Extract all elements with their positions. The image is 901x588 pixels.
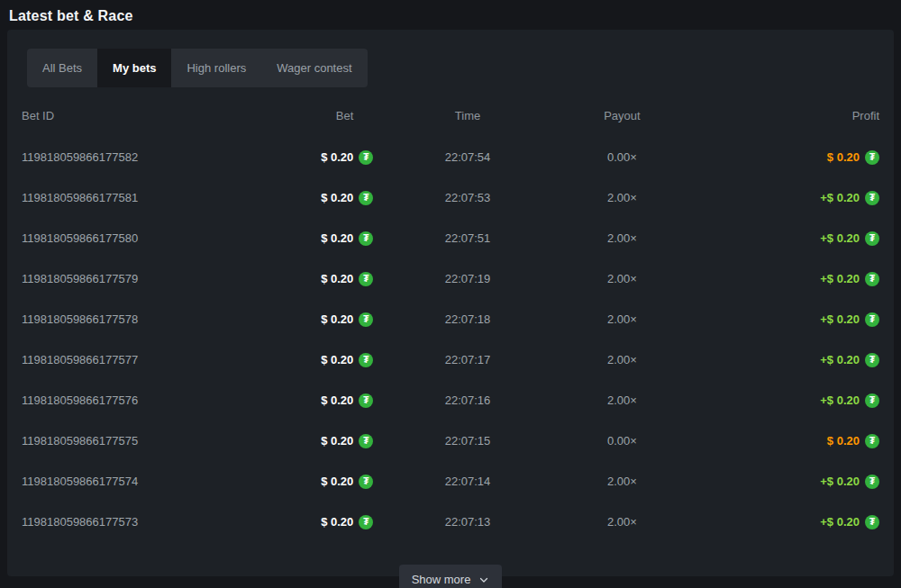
green-coin-icon: ₮ <box>359 353 373 367</box>
bet-amount: $ 0.20 <box>321 353 353 366</box>
bet-payout-cell: 2.00× <box>562 299 682 339</box>
column-header-time: Time <box>373 105 561 137</box>
section-header: Latest bet & Race <box>0 0 901 30</box>
bet-time-cell: 22:07:16 <box>373 380 561 421</box>
bet-profit-cell: +$ 0.20₮ <box>682 177 879 218</box>
bet-id-cell[interactable]: 119818059866177578 <box>22 299 296 339</box>
bet-amount: $ 0.20 <box>321 150 353 164</box>
bet-profit: +$ 0.20 <box>820 231 860 245</box>
green-coin-icon: ₮ <box>359 515 373 529</box>
green-coin-icon: ₮ <box>865 515 879 529</box>
bet-time-cell: 22:07:18 <box>373 299 561 339</box>
bet-payout-cell: 0.00× <box>562 137 682 177</box>
bet-amount: $ 0.20 <box>321 475 353 488</box>
bet-amount: $ 0.20 <box>321 434 353 448</box>
bet-amount: $ 0.20 <box>321 272 353 285</box>
green-coin-icon: ₮ <box>865 272 879 286</box>
bet-payout-cell: 0.00× <box>562 421 682 461</box>
green-coin-icon: ₮ <box>359 191 373 205</box>
bet-profit: $ 0.20 <box>827 150 860 164</box>
bets-panel: All BetsMy betsHigh rollersWager contest… <box>7 30 894 576</box>
bet-time-cell: 22:07:15 <box>373 421 561 461</box>
green-coin-icon: ₮ <box>359 434 373 448</box>
bet-row[interactable]: 119818059866177580$ 0.20₮22:07:512.00×+$… <box>22 218 879 258</box>
bet-time-cell: 22:07:51 <box>373 218 561 258</box>
green-coin-icon: ₮ <box>865 150 879 165</box>
green-coin-icon: ₮ <box>865 231 879 246</box>
bet-profit-cell: +$ 0.20₮ <box>682 218 879 258</box>
bet-row[interactable]: 119818059866177575$ 0.20₮22:07:150.00×$ … <box>22 421 879 461</box>
bet-id-cell[interactable]: 119818059866177575 <box>22 421 296 461</box>
green-coin-icon: ₮ <box>865 394 879 408</box>
bet-profit: $ 0.20 <box>827 434 860 448</box>
bet-profit-cell: +$ 0.20₮ <box>682 380 879 421</box>
bet-row[interactable]: 119818059866177578$ 0.20₮22:07:182.00×+$… <box>22 299 879 339</box>
bet-id-cell[interactable]: 119818059866177574 <box>22 461 296 502</box>
bet-profit-cell: $ 0.20₮ <box>682 137 879 177</box>
bet-amount-cell: $ 0.20₮ <box>296 461 374 502</box>
bet-id-cell[interactable]: 119818059866177576 <box>22 380 296 421</box>
bet-profit-cell: $ 0.20₮ <box>682 421 879 461</box>
bet-payout-cell: 2.00× <box>562 502 682 542</box>
green-coin-icon: ₮ <box>359 475 373 489</box>
bet-amount: $ 0.20 <box>321 515 353 529</box>
bet-amount-cell: $ 0.20₮ <box>296 258 374 299</box>
green-coin-icon: ₮ <box>865 475 879 489</box>
bet-row[interactable]: 119818059866177582$ 0.20₮22:07:540.00×$ … <box>22 137 879 177</box>
show-more-label: Show more <box>412 573 471 586</box>
bet-amount-cell: $ 0.20₮ <box>296 421 374 461</box>
tab-my-bets[interactable]: My bets <box>97 49 171 87</box>
bet-id-cell[interactable]: 119818059866177579 <box>22 258 296 299</box>
column-header-bet-id: Bet ID <box>22 105 296 137</box>
green-coin-icon: ₮ <box>359 231 373 246</box>
bet-id-cell[interactable]: 119818059866177580 <box>22 218 296 258</box>
bet-amount: $ 0.20 <box>321 231 353 245</box>
bets-table: Bet ID Bet Time Payout Profit 1198180598… <box>22 105 879 542</box>
column-header-profit: Profit <box>682 105 879 137</box>
bet-row[interactable]: 119818059866177579$ 0.20₮22:07:192.00×+$… <box>22 258 879 299</box>
bet-payout-cell: 2.00× <box>562 218 682 258</box>
bet-profit: +$ 0.20 <box>820 353 860 366</box>
bet-time-cell: 22:07:17 <box>373 339 561 380</box>
bet-profit-cell: +$ 0.20₮ <box>682 299 879 339</box>
green-coin-icon: ₮ <box>865 353 879 367</box>
bet-row[interactable]: 119818059866177577$ 0.20₮22:07:172.00×+$… <box>22 339 879 380</box>
bet-profit-cell: +$ 0.20₮ <box>682 502 879 542</box>
bet-amount-cell: $ 0.20₮ <box>296 380 374 421</box>
bet-profit: +$ 0.20 <box>820 272 860 285</box>
bet-row[interactable]: 119818059866177574$ 0.20₮22:07:142.00×+$… <box>22 461 879 502</box>
bet-amount: $ 0.20 <box>321 312 353 326</box>
bet-id-cell[interactable]: 119818059866177581 <box>22 177 296 218</box>
bets-tab-bar: All BetsMy betsHigh rollersWager contest <box>27 49 368 87</box>
bet-amount: $ 0.20 <box>321 191 353 204</box>
bet-amount-cell: $ 0.20₮ <box>296 137 374 177</box>
green-coin-icon: ₮ <box>359 394 373 408</box>
bets-table-body: 119818059866177582$ 0.20₮22:07:540.00×$ … <box>22 137 879 542</box>
tab-all-bets[interactable]: All Bets <box>27 49 97 87</box>
column-header-payout: Payout <box>562 105 682 137</box>
tab-high-rollers[interactable]: High rollers <box>171 49 261 87</box>
bet-id-cell[interactable]: 119818059866177582 <box>22 137 296 177</box>
bet-amount-cell: $ 0.20₮ <box>296 299 374 339</box>
bet-row[interactable]: 119818059866177581$ 0.20₮22:07:532.00×+$… <box>22 177 879 218</box>
green-coin-icon: ₮ <box>865 312 879 327</box>
bet-profit-cell: +$ 0.20₮ <box>682 258 879 299</box>
show-more-button[interactable]: Show more <box>399 565 503 588</box>
tab-wager-contest[interactable]: Wager contest <box>261 49 367 87</box>
table-header-row: Bet ID Bet Time Payout Profit <box>22 105 879 137</box>
bet-payout-cell: 2.00× <box>562 177 682 218</box>
bet-id-cell[interactable]: 119818059866177573 <box>22 502 296 542</box>
bet-time-cell: 22:07:13 <box>373 502 561 542</box>
bet-id-cell[interactable]: 119818059866177577 <box>22 339 296 380</box>
page-title: Latest bet & Race <box>9 8 892 24</box>
bet-profit: +$ 0.20 <box>820 191 860 204</box>
bet-time-cell: 22:07:54 <box>373 137 561 177</box>
bet-profit: +$ 0.20 <box>820 394 860 407</box>
bet-payout-cell: 2.00× <box>562 258 682 299</box>
green-coin-icon: ₮ <box>359 312 373 327</box>
bet-row[interactable]: 119818059866177573$ 0.20₮22:07:132.00×+$… <box>22 502 879 542</box>
bet-profit: +$ 0.20 <box>820 475 860 488</box>
bet-row[interactable]: 119818059866177576$ 0.20₮22:07:162.00×+$… <box>22 380 879 421</box>
bet-amount-cell: $ 0.20₮ <box>296 218 374 258</box>
bet-amount-cell: $ 0.20₮ <box>296 177 374 218</box>
